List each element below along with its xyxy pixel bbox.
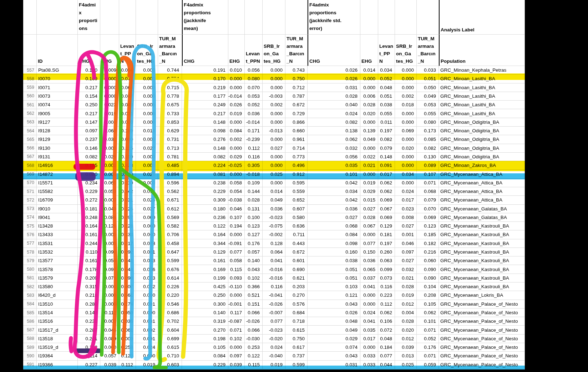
- cell-ehg-jackknife-stderr[interactable]: 0.065: [360, 265, 378, 274]
- cell-srb-iron-gates-hg[interactable]: 0.000: [136, 213, 158, 222]
- cell-chg[interactable]: 0.164: [78, 222, 100, 230]
- cell-srb-jackknife-stderr[interactable]: 0.027: [395, 256, 417, 265]
- cell-srb-iron-gates-hg[interactable]: 0.000: [136, 75, 158, 83]
- cell-srb-jackknife-mean[interactable]: 0.000: [263, 135, 285, 144]
- row-number[interactable]: 568: [23, 161, 37, 170]
- cell-ehg-jackknife-stderr[interactable]: 0.000: [360, 343, 378, 352]
- cell-ehg[interactable]: 0.056: [100, 256, 119, 265]
- cell-srb-jackknife-mean[interactable]: -0.016: [263, 274, 285, 282]
- cell-tur-jackknife-mean[interactable]: 0.496: [285, 161, 308, 170]
- group-header-9[interactable]: [245, 0, 263, 35]
- cell-ehg[interactable]: 0.000: [100, 83, 119, 92]
- cell-id[interactable]: I13577: [37, 256, 78, 265]
- cell-chg-jackknife-mean[interactable]: 0.148: [182, 144, 228, 153]
- cell-chg[interactable]: 0.080: [78, 170, 100, 178]
- cell-levant-ppn-jackknife-mean[interactable]: 0.171: [245, 127, 263, 135]
- cell-levant-ppn-jackknife-stderr[interactable]: 0.116: [378, 282, 395, 291]
- cell-ehg-jackknife-mean[interactable]: 0.194: [228, 222, 245, 230]
- group-header-0[interactable]: [23, 0, 37, 35]
- cell-ehg[interactable]: 0.009: [100, 66, 119, 75]
- cell-tur-marmara-barcin-n[interactable]: 0.744: [158, 66, 182, 75]
- cell-ehg-jackknife-mean[interactable]: 0.084: [228, 127, 245, 135]
- cell-ehg[interactable]: 0.089: [100, 335, 119, 343]
- cell-ehg[interactable]: 0.000: [100, 92, 119, 101]
- cell-srb-iron-gates-hg[interactable]: 0.000: [136, 291, 158, 300]
- cell-chg-jackknife-mean[interactable]: 0.140: [182, 309, 228, 317]
- cell-levant-ppn-jackknife-stderr[interactable]: 0.181: [378, 230, 395, 239]
- cell-chg-jackknife-stderr[interactable]: 0.042: [308, 196, 360, 204]
- cell-tur-jackknife-mean[interactable]: 0.636: [285, 222, 308, 230]
- cell-srb-jackknife-stderr[interactable]: 0.000: [395, 75, 417, 83]
- column-header-srb-iron-gates-hg[interactable]: SRB_Ir on_Ga tes_HG: [136, 35, 158, 66]
- cell-population[interactable]: GRC_Minoan_Odigitria_BA: [439, 144, 525, 153]
- cell-chg-jackknife-stderr[interactable]: 0.074: [308, 343, 360, 352]
- cell-srb-iron-gates-hg[interactable]: 0.000: [136, 83, 158, 92]
- cell-ehg-jackknife-stderr[interactable]: 0.027: [360, 205, 378, 213]
- cell-tur-jackknife-stderr[interactable]: 0.208: [417, 291, 439, 300]
- row-number[interactable]: 558: [23, 75, 37, 83]
- cell-population[interactable]: GRC_Mycenaean_Attica_BA: [439, 170, 525, 178]
- cell-levant-ppn[interactable]: 0.009: [119, 335, 136, 343]
- row-number[interactable]: 566: [23, 144, 37, 153]
- cell-id[interactable]: I19364: [37, 352, 78, 360]
- cell-srb-jackknife-stderr[interactable]: 0.008: [395, 213, 417, 222]
- column-header-row-number[interactable]: [23, 35, 37, 66]
- cell-tur-marmara-barcin-n[interactable]: 0.546: [158, 300, 182, 309]
- cell-ehg-jackknife-stderr[interactable]: 0.000: [360, 118, 378, 127]
- row-number[interactable]: 580: [23, 265, 37, 274]
- cell-srb-jackknife-stderr[interactable]: 0.020: [395, 144, 417, 153]
- cell-levant-ppn-jackknife-mean[interactable]: 0.521: [245, 291, 263, 300]
- cell-ehg[interactable]: 0.000: [100, 300, 119, 309]
- cell-tur-jackknife-stderr[interactable]: 0.070: [417, 205, 439, 213]
- cell-chg-jackknife-mean[interactable]: 0.170: [182, 75, 228, 83]
- cell-tur-jackknife-mean[interactable]: 0.203: [285, 282, 308, 291]
- cell-chg-jackknife-mean[interactable]: 0.309: [182, 196, 228, 204]
- cell-tur-jackknife-mean[interactable]: 0.729: [285, 109, 308, 118]
- cell-srb-jackknife-mean[interactable]: 0.000: [263, 161, 285, 170]
- cell-srb-jackknife-mean[interactable]: 0.000: [263, 179, 285, 187]
- cell-tur-jackknife-stderr[interactable]: 0.089: [417, 161, 439, 170]
- cell-srb-jackknife-stderr[interactable]: 0.028: [395, 317, 417, 326]
- cell-id[interactable]: I9127: [37, 118, 78, 127]
- cell-srb-jackknife-mean[interactable]: 0.036: [263, 205, 285, 213]
- cell-levant-ppn-jackknife-mean[interactable]: 0.127: [245, 230, 263, 239]
- cell-srb-jackknife-stderr[interactable]: 0.000: [395, 66, 417, 75]
- cell-tur-marmara-barcin-n[interactable]: 0.686: [158, 309, 182, 317]
- cell-levant-ppn-jackknife-stderr[interactable]: 0.055: [378, 109, 395, 118]
- cell-levant-ppn[interactable]: 0.407: [119, 282, 136, 291]
- group-header-1[interactable]: [37, 0, 78, 35]
- cell-levant-ppn[interactable]: 0.133: [119, 230, 136, 239]
- cell-tur-marmara-barcin-n[interactable]: 0.676: [158, 265, 182, 274]
- cell-id[interactable]: I13428: [37, 222, 78, 230]
- cell-srb-jackknife-stderr[interactable]: 0.017: [395, 196, 417, 204]
- cell-tur-marmara-barcin-n[interactable]: 0.612: [158, 205, 182, 213]
- cell-ehg[interactable]: 0.001: [100, 161, 119, 170]
- cell-levant-ppn[interactable]: 0.126: [119, 205, 136, 213]
- cell-id[interactable]: I16709: [37, 196, 78, 204]
- cell-chg-jackknife-stderr[interactable]: 0.160: [308, 248, 360, 256]
- row-number[interactable]: 587: [23, 326, 37, 334]
- cell-chg-jackknife-stderr[interactable]: 0.026: [308, 309, 360, 317]
- cell-srb-jackknife-stderr[interactable]: 0.039: [395, 343, 417, 352]
- cell-ehg-jackknife-mean[interactable]: 0.000: [228, 144, 245, 153]
- cell-levant-ppn-jackknife-stderr[interactable]: 0.048: [378, 83, 395, 92]
- cell-srb-jackknife-stderr[interactable]: 0.032: [395, 265, 417, 274]
- cell-id[interactable]: I15582: [37, 187, 78, 196]
- cell-id[interactable]: I9005: [37, 109, 78, 118]
- cell-levant-ppn-jackknife-stderr[interactable]: 0.129: [378, 222, 395, 230]
- row-number[interactable]: 590: [23, 352, 37, 360]
- cell-tur-jackknife-mean[interactable]: 0.672: [285, 248, 308, 256]
- cell-population[interactable]: GRC_Minoan_Lasithi_BA: [439, 92, 525, 101]
- cell-chg-jackknife-mean[interactable]: 0.081: [182, 170, 228, 178]
- cell-id[interactable]: I13519_d: [37, 343, 78, 352]
- cell-tur-jackknife-stderr[interactable]: 0.049: [417, 92, 439, 101]
- cell-id[interactable]: I14872: [37, 170, 78, 178]
- cell-population[interactable]: GRC_Minoan_Kephala_Petras: [439, 66, 525, 75]
- cell-population[interactable]: GRC_Mycenaean_Kastrouli_BA: [439, 256, 525, 265]
- cell-srb-iron-gates-hg[interactable]: 0.000: [136, 222, 158, 230]
- cell-srb-jackknife-stderr[interactable]: 0.000: [395, 109, 417, 118]
- cell-srb-iron-gates-hg[interactable]: 0.005: [136, 101, 158, 109]
- cell-ehg-jackknife-stderr[interactable]: 0.037: [360, 274, 378, 282]
- cell-chg-jackknife-stderr[interactable]: 0.051: [308, 274, 360, 282]
- cell-tur-jackknife-stderr[interactable]: 0.059: [417, 361, 439, 369]
